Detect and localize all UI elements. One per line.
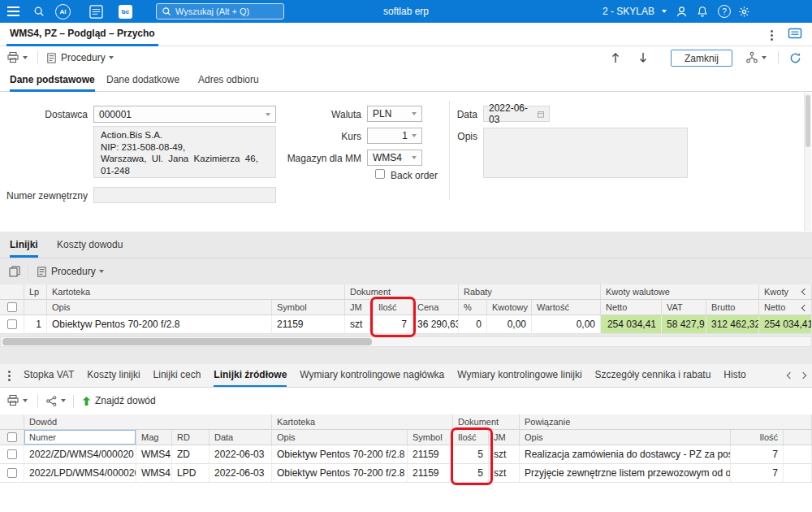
table1-hscrollbar[interactable] [0, 336, 812, 347]
t2-col-jm[interactable]: JM [489, 430, 520, 445]
vscrollbar-thumb[interactable] [806, 95, 810, 147]
t1-col-vat[interactable]: VAT [662, 300, 706, 315]
user-icon[interactable] [676, 0, 688, 23]
t1-col-wartosc[interactable]: Wartość [532, 300, 601, 315]
magazyn-select[interactable]: WMS4 [367, 150, 422, 166]
tab-adres-odbioru[interactable]: Adres odbioru [198, 69, 259, 92]
tab-stopka-vat[interactable]: Stopka VAT [24, 364, 74, 388]
table1-row-1[interactable]: 1 Obiektyw Pentos 70-200 f/2.8 21159 szt… [0, 315, 812, 334]
t2-cell-opis2: Realizacja zamówienia do dostawcy - PZ z… [520, 445, 731, 464]
opis-textarea[interactable] [483, 128, 688, 178]
ai-assistant-icon[interactable]: AI [55, 0, 71, 23]
tab-historia[interactable]: Histo [723, 364, 745, 388]
tab-koszty-linijki[interactable]: Koszty linijki [87, 364, 140, 388]
print-button[interactable] [6, 46, 28, 69]
procedury-menu[interactable]: Procedury [45, 46, 114, 69]
t2-col-ilosc[interactable]: Ilość [453, 430, 489, 445]
t2-group-dokument[interactable]: Dokument [453, 414, 520, 430]
select-all-checkbox[interactable] [7, 302, 17, 312]
tab-linijki-zrodlowe[interactable]: Linijki źródłowe [214, 364, 287, 388]
tab-linijki-cech[interactable]: Linijki cech [153, 364, 201, 388]
hscrollbar-thumb[interactable] [2, 338, 372, 345]
t1-col-kwotowy[interactable]: Kwotowy [487, 300, 532, 315]
t2-col-opis2[interactable]: Opis [520, 430, 731, 445]
row-checkbox[interactable] [7, 449, 17, 459]
t2-cell-symbol: 21159 [408, 445, 453, 464]
row-checkbox[interactable] [7, 319, 17, 329]
t2-col-numer[interactable]: Numer [24, 430, 136, 445]
scroll-right-icon[interactable] [800, 372, 806, 379]
t1-group-kartoteka[interactable]: Kartoteka [47, 284, 345, 300]
search-icon[interactable] [33, 0, 45, 23]
t1-col-symbol[interactable]: Symbol [272, 300, 345, 315]
comments-icon[interactable] [788, 27, 802, 41]
t2-cell-rd: ZD [172, 445, 209, 464]
tab-dane-dodatkowe[interactable]: Dane dodatkowe [106, 69, 179, 92]
notifications-bell-icon[interactable] [697, 0, 708, 23]
t1-col-opis[interactable]: Opis [47, 300, 272, 315]
tab-koszty-dowodu[interactable]: Koszty dowodu [57, 234, 123, 258]
t1-col-ilosc[interactable]: Ilość [374, 300, 412, 315]
t2-col-data[interactable]: Data [209, 430, 272, 445]
journal-app-icon[interactable] [89, 0, 103, 23]
t2-group-powiazanie[interactable]: Powiązanie [520, 414, 812, 430]
t2-col-mag[interactable]: Mag [136, 430, 172, 445]
t1-col-procent[interactable]: % [459, 300, 487, 315]
help-icon[interactable]: ? [718, 0, 731, 23]
tab-wymiary-naglowka[interactable]: Wymiary kontrolingowe nagłówka [300, 364, 444, 388]
t2-group-kartoteka[interactable]: Kartoteka [272, 414, 453, 430]
window-more-icon[interactable] [771, 30, 773, 41]
procedures-icon [45, 52, 58, 64]
detail-print-button[interactable] [6, 389, 28, 412]
dostawca-field[interactable]: 000001 [93, 106, 276, 123]
refresh-button[interactable] [789, 46, 801, 69]
t2-group-dowod[interactable]: Dowód [24, 414, 272, 430]
global-search[interactable] [156, 3, 284, 20]
hamburger-menu-icon[interactable] [7, 0, 19, 23]
kurs-field[interactable]: 1 [367, 128, 422, 144]
relations-menu[interactable] [45, 389, 66, 412]
select-all-checkbox[interactable] [7, 432, 17, 442]
detail-tabs-more-icon[interactable] [8, 371, 11, 381]
t1-group-lp[interactable]: Lp [24, 284, 47, 300]
numer-zewnetrzny-field[interactable] [93, 187, 276, 203]
move-down-button[interactable] [638, 46, 648, 69]
linijki-procedury-menu[interactable]: Procedury [36, 260, 104, 283]
workflow-icon [745, 51, 758, 64]
t2-col-opis[interactable]: Opis [272, 430, 408, 445]
tab-dane-podstawowe[interactable]: Dane podstawowe [10, 69, 95, 92]
t1-col-jm[interactable]: JM [345, 300, 374, 315]
search-input[interactable] [175, 7, 271, 16]
zamknij-button[interactable]: Zamknij [671, 50, 732, 67]
settings-gear-icon[interactable] [738, 0, 750, 23]
data-field[interactable]: 2022-06-03 [483, 106, 550, 122]
table2-row-1[interactable]: 2022/ZD/WMS4/000020 WMS4 ZD 2022-06-03 O… [0, 445, 812, 464]
t1-group-kwoty-walutowe[interactable]: Kwoty walutowe [601, 284, 759, 300]
row-checkbox[interactable] [7, 468, 17, 478]
t1-group-rabaty[interactable]: Rabaty [459, 284, 601, 300]
t2-cell-numer: 2022/LPD/WMS4/000020 [24, 464, 136, 483]
t1-col-netto[interactable]: Netto [601, 300, 662, 315]
company-selector[interactable]: 2 - SKYLAB [603, 0, 667, 23]
t2-col-symbol[interactable]: Symbol [408, 430, 453, 445]
t1-col-cena[interactable]: Cena [412, 300, 459, 315]
window-tab[interactable]: WMS4, PZ – Podgląd – Przycho [6, 23, 158, 46]
workflow-menu[interactable] [745, 46, 767, 69]
form-vscrollbar[interactable] [804, 93, 811, 231]
numer-zewnetrzny-label: Numer zewnętrzny [4, 190, 88, 202]
waluta-select[interactable]: PLN [367, 106, 422, 122]
tab-szczegoly-cennika[interactable]: Szczegóły cennika i rabatu [595, 364, 711, 388]
table2-row-2[interactable]: 2022/LPD/WMS4/000020 WMS4 LPD 2022-06-03… [0, 464, 812, 483]
t2-col-rd[interactable]: RD [172, 430, 209, 445]
tab-wymiary-linijki[interactable]: Wymiary kontrolingowe linijki [457, 364, 581, 388]
tab-linijki[interactable]: Linijki [10, 234, 38, 258]
t2-col-ilosc2[interactable]: Ilość [731, 430, 784, 445]
bc-app-icon[interactable]: bc [119, 0, 132, 23]
t1-col-brutto[interactable]: Brutto [706, 300, 759, 315]
copy-line-button[interactable] [8, 260, 21, 283]
move-up-button[interactable] [611, 46, 620, 69]
scroll-left-icon[interactable] [787, 372, 793, 379]
znajdz-dowod-button[interactable]: Znajdź dowód [81, 389, 156, 412]
back-order-checkbox[interactable] [375, 169, 385, 179]
t1-group-dokument[interactable]: Dokument [345, 284, 459, 300]
